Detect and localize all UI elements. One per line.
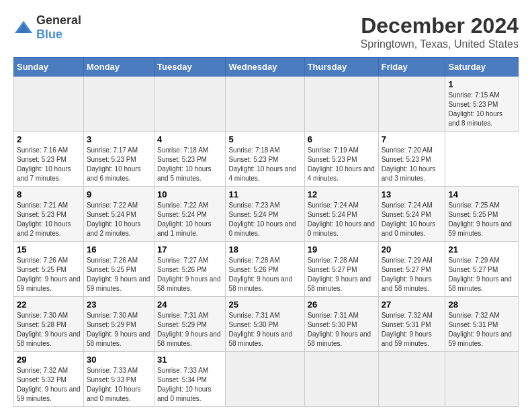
day-info: Sunrise: 7:27 AM Sunset: 5:26 PM Dayligh… [157,256,222,293]
day-number: 8 [17,189,81,199]
day-number: 3 [87,134,151,144]
week-row-0: 1Sunrise: 7:15 AM Sunset: 5:23 PM Daylig… [14,77,519,132]
day-cell: 28Sunrise: 7:32 AM Sunset: 5:31 PM Dayli… [445,297,519,352]
day-cell: 16Sunrise: 7:26 AM Sunset: 5:25 PM Dayli… [83,242,154,297]
day-cell: 25Sunrise: 7:31 AM Sunset: 5:30 PM Dayli… [226,297,304,352]
header-row: SundayMondayTuesdayWednesdayThursdayFrid… [14,58,519,77]
day-info: Sunrise: 7:18 AM Sunset: 5:23 PM Dayligh… [157,146,222,183]
day-cell: 24Sunrise: 7:31 AM Sunset: 5:29 PM Dayli… [154,297,225,352]
day-cell [226,77,304,132]
day-info: Sunrise: 7:29 AM Sunset: 5:27 PM Dayligh… [448,256,515,293]
logo-icon [13,19,34,36]
day-cell: 17Sunrise: 7:27 AM Sunset: 5:26 PM Dayli… [154,242,225,297]
day-number: 13 [382,189,443,199]
day-info: Sunrise: 7:31 AM Sunset: 5:30 PM Dayligh… [228,311,301,349]
day-number: 31 [157,355,222,365]
day-info: Sunrise: 7:32 AM Sunset: 5:31 PM Dayligh… [382,311,443,349]
day-cell [304,77,378,132]
day-number: 19 [308,244,375,255]
day-number: 6 [308,134,375,144]
logo: General Blue [13,13,81,42]
logo-blue: Blue [36,28,62,41]
day-number: 21 [448,244,515,255]
day-info: Sunrise: 7:23 AM Sunset: 5:24 PM Dayligh… [228,201,301,238]
week-row-2: 8Sunrise: 7:21 AM Sunset: 5:23 PM Daylig… [14,187,519,242]
day-info: Sunrise: 7:30 AM Sunset: 5:28 PM Dayligh… [17,311,81,349]
day-cell: 7Sunrise: 7:20 AM Sunset: 5:23 PM Daylig… [378,132,445,187]
day-cell: 9Sunrise: 7:22 AM Sunset: 5:24 PM Daylig… [83,187,154,242]
day-number: 28 [448,300,515,310]
day-number: 9 [87,189,151,199]
day-info: Sunrise: 7:28 AM Sunset: 5:26 PM Dayligh… [228,256,301,293]
day-info: Sunrise: 7:26 AM Sunset: 5:25 PM Dayligh… [17,256,81,293]
day-cell: 13Sunrise: 7:24 AM Sunset: 5:24 PM Dayli… [378,187,445,242]
day-number: 5 [228,134,301,144]
day-number: 17 [157,244,222,255]
day-cell: 4Sunrise: 7:18 AM Sunset: 5:23 PM Daylig… [154,132,225,187]
header-wednesday: Wednesday [226,58,304,77]
day-cell: 19Sunrise: 7:28 AM Sunset: 5:27 PM Dayli… [304,242,378,297]
day-cell: 21Sunrise: 7:29 AM Sunset: 5:27 PM Dayli… [445,242,519,297]
day-cell: 14Sunrise: 7:25 AM Sunset: 5:25 PM Dayli… [445,187,519,242]
day-cell: 26Sunrise: 7:31 AM Sunset: 5:30 PM Dayli… [304,297,378,352]
day-cell [154,77,225,132]
day-cell: 5Sunrise: 7:18 AM Sunset: 5:23 PM Daylig… [226,132,304,187]
calendar-table: SundayMondayTuesdayWednesdayThursdayFrid… [13,57,519,407]
day-cell [226,352,304,407]
day-info: Sunrise: 7:33 AM Sunset: 5:33 PM Dayligh… [87,366,151,404]
day-cell: 18Sunrise: 7:28 AM Sunset: 5:26 PM Dayli… [226,242,304,297]
day-info: Sunrise: 7:22 AM Sunset: 5:24 PM Dayligh… [157,201,222,238]
day-number: 22 [17,300,81,310]
day-info: Sunrise: 7:32 AM Sunset: 5:32 PM Dayligh… [17,366,81,404]
day-info: Sunrise: 7:33 AM Sunset: 5:34 PM Dayligh… [157,366,222,404]
week-row-1: 2Sunrise: 7:16 AM Sunset: 5:23 PM Daylig… [14,132,519,187]
day-cell: 8Sunrise: 7:21 AM Sunset: 5:23 PM Daylig… [14,187,84,242]
day-info: Sunrise: 7:22 AM Sunset: 5:24 PM Dayligh… [87,201,151,238]
header-tuesday: Tuesday [154,58,225,77]
day-cell: 22Sunrise: 7:30 AM Sunset: 5:28 PM Dayli… [14,297,84,352]
header-sunday: Sunday [14,58,84,77]
day-cell: 2Sunrise: 7:16 AM Sunset: 5:23 PM Daylig… [14,132,84,187]
day-info: Sunrise: 7:28 AM Sunset: 5:27 PM Dayligh… [308,256,375,293]
day-cell: 15Sunrise: 7:26 AM Sunset: 5:25 PM Dayli… [14,242,84,297]
day-number: 26 [308,300,375,310]
header-saturday: Saturday [445,58,519,77]
day-cell [378,352,445,407]
day-number: 27 [382,300,443,310]
main-title: December 2024 [361,13,519,38]
day-cell [304,352,378,407]
day-info: Sunrise: 7:19 AM Sunset: 5:23 PM Dayligh… [308,146,375,183]
day-cell: 10Sunrise: 7:22 AM Sunset: 5:24 PM Dayli… [154,187,225,242]
day-info: Sunrise: 7:31 AM Sunset: 5:29 PM Dayligh… [157,311,222,349]
day-info: Sunrise: 7:26 AM Sunset: 5:25 PM Dayligh… [87,256,151,293]
header-thursday: Thursday [304,58,378,77]
logo-general: General [36,13,81,27]
day-info: Sunrise: 7:20 AM Sunset: 5:23 PM Dayligh… [382,146,443,183]
day-number: 29 [17,355,81,365]
day-cell: 1Sunrise: 7:15 AM Sunset: 5:23 PM Daylig… [445,77,519,132]
header-friday: Friday [378,58,445,77]
day-cell: 27Sunrise: 7:32 AM Sunset: 5:31 PM Dayli… [378,297,445,352]
day-info: Sunrise: 7:15 AM Sunset: 5:23 PM Dayligh… [448,91,515,128]
day-cell [83,77,154,132]
day-number: 2 [17,134,81,144]
day-cell: 3Sunrise: 7:17 AM Sunset: 5:23 PM Daylig… [83,132,154,187]
subtitle: Springtown, Texas, United States [361,38,519,50]
day-cell [445,352,519,407]
day-cell: 20Sunrise: 7:29 AM Sunset: 5:27 PM Dayli… [378,242,445,297]
day-cell [14,77,84,132]
day-number: 24 [157,300,222,310]
day-info: Sunrise: 7:21 AM Sunset: 5:23 PM Dayligh… [17,201,81,238]
day-number: 10 [157,189,222,199]
day-info: Sunrise: 7:30 AM Sunset: 5:29 PM Dayligh… [87,311,151,349]
day-info: Sunrise: 7:29 AM Sunset: 5:27 PM Dayligh… [382,256,443,293]
day-number: 15 [17,244,81,255]
day-info: Sunrise: 7:25 AM Sunset: 5:25 PM Dayligh… [448,201,515,238]
day-number: 4 [157,134,222,144]
header-monday: Monday [83,58,154,77]
day-number: 12 [308,189,375,199]
day-number: 7 [382,134,443,144]
day-number: 18 [228,244,301,255]
day-cell: 23Sunrise: 7:30 AM Sunset: 5:29 PM Dayli… [83,297,154,352]
day-info: Sunrise: 7:17 AM Sunset: 5:23 PM Dayligh… [87,146,151,183]
